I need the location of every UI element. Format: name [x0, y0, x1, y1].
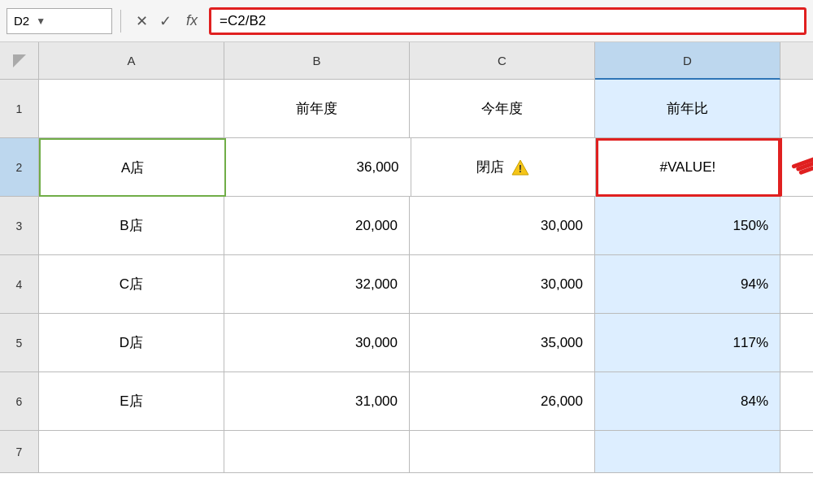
cell-A6[interactable]: E店 — [39, 372, 224, 431]
cell-A2[interactable]: A店 — [39, 138, 226, 197]
cell-A1[interactable] — [39, 80, 224, 138]
cell-extra-4 — [780, 255, 813, 314]
cell-ref-dropdown-arrow[interactable]: ▼ — [36, 15, 46, 27]
spreadsheet: A B C D 1 前年度 今年度 — [0, 42, 813, 473]
formula-input[interactable]: =C2/B2 — [209, 7, 806, 35]
row-header-6[interactable]: 6 — [0, 372, 39, 431]
row-header-2[interactable]: 2 — [0, 138, 39, 197]
cell-B4[interactable]: 32,000 — [224, 255, 410, 314]
cell-C7[interactable] — [410, 431, 595, 473]
fx-icon[interactable]: fx — [186, 12, 198, 29]
table-row: 6 E店 31,000 26,000 84% — [0, 372, 813, 431]
cell-D3[interactable]: 150% — [595, 197, 780, 255]
cell-A4[interactable]: C店 — [39, 255, 224, 314]
row-header-1[interactable]: 1 — [0, 80, 39, 138]
col-header-extra — [780, 42, 813, 80]
cell-A3[interactable]: B店 — [39, 197, 224, 255]
corner-cell — [0, 42, 39, 80]
row-header-7[interactable]: 7 — [0, 431, 39, 473]
formula-bar: D2 ▼ ✕ ✓ fx =C2/B2 — [0, 0, 813, 42]
cell-A5[interactable]: D店 — [39, 314, 224, 372]
col-header-D[interactable]: D — [595, 42, 780, 80]
squiggle-decoration — [791, 159, 813, 175]
cell-D4[interactable]: 94% — [595, 255, 780, 314]
cell-B3[interactable]: 20,000 — [224, 197, 410, 255]
cell-extra-3 — [780, 197, 813, 255]
cell-extra-1 — [780, 80, 813, 138]
cell-D7[interactable] — [595, 431, 780, 473]
cell-A7[interactable] — [39, 431, 224, 473]
warning-icon[interactable]: ! — [511, 158, 530, 177]
select-all-triangle[interactable] — [13, 54, 26, 67]
cell-extra-7 — [780, 431, 813, 473]
data-rows: 1 前年度 今年度 前年比 2 A店 36, — [0, 80, 813, 473]
cell-C1[interactable]: 今年度 — [410, 80, 595, 138]
row-header-3[interactable]: 3 — [0, 197, 39, 255]
cell-B2[interactable]: 36,000 — [226, 138, 411, 197]
table-row: 5 D店 30,000 35,000 117% — [0, 314, 813, 372]
cell-B5[interactable]: 30,000 — [224, 314, 410, 372]
table-row: 2 A店 36,000 閉店 ! #VALUE! — [0, 138, 813, 197]
cell-B1[interactable]: 前年度 — [224, 80, 410, 138]
cell-D1[interactable]: 前年比 — [595, 80, 780, 138]
col-header-A[interactable]: A — [39, 42, 224, 80]
table-row: 7 — [0, 431, 813, 473]
svg-text:!: ! — [518, 163, 521, 175]
svg-marker-0 — [13, 54, 26, 67]
cell-C5[interactable]: 35,000 — [410, 314, 595, 372]
cell-D6[interactable]: 84% — [595, 372, 780, 431]
cell-B7[interactable] — [224, 431, 410, 473]
col-header-B[interactable]: B — [224, 42, 410, 80]
row-header-5[interactable]: 5 — [0, 314, 39, 372]
cell-reference-value: D2 — [14, 14, 29, 28]
table-row: 1 前年度 今年度 前年比 — [0, 80, 813, 138]
cell-B6[interactable]: 31,000 — [224, 372, 410, 431]
cell-C6[interactable]: 26,000 — [410, 372, 595, 431]
column-headers-row: A B C D — [0, 42, 813, 80]
cell-C4[interactable]: 30,000 — [410, 255, 595, 314]
cancel-icon[interactable]: ✕ — [136, 12, 148, 30]
formula-value: =C2/B2 — [220, 13, 266, 29]
cell-extra-6 — [780, 372, 813, 431]
cell-C2[interactable]: 閉店 ! — [411, 138, 596, 197]
cell-reference-box[interactable]: D2 ▼ — [7, 8, 112, 34]
formula-bar-separator — [120, 10, 121, 33]
col-header-C[interactable]: C — [410, 42, 595, 80]
cell-D2[interactable]: #VALUE! — [596, 138, 780, 197]
cell-D5[interactable]: 117% — [595, 314, 780, 372]
table-row: 3 B店 20,000 30,000 150% — [0, 197, 813, 255]
cell-C3[interactable]: 30,000 — [410, 197, 595, 255]
cell-extra-5 — [780, 314, 813, 372]
confirm-icon[interactable]: ✓ — [159, 12, 172, 30]
formula-bar-icons: ✕ ✓ fx — [129, 12, 204, 30]
table-row: 4 C店 32,000 30,000 94% — [0, 255, 813, 314]
row-header-4[interactable]: 4 — [0, 255, 39, 314]
